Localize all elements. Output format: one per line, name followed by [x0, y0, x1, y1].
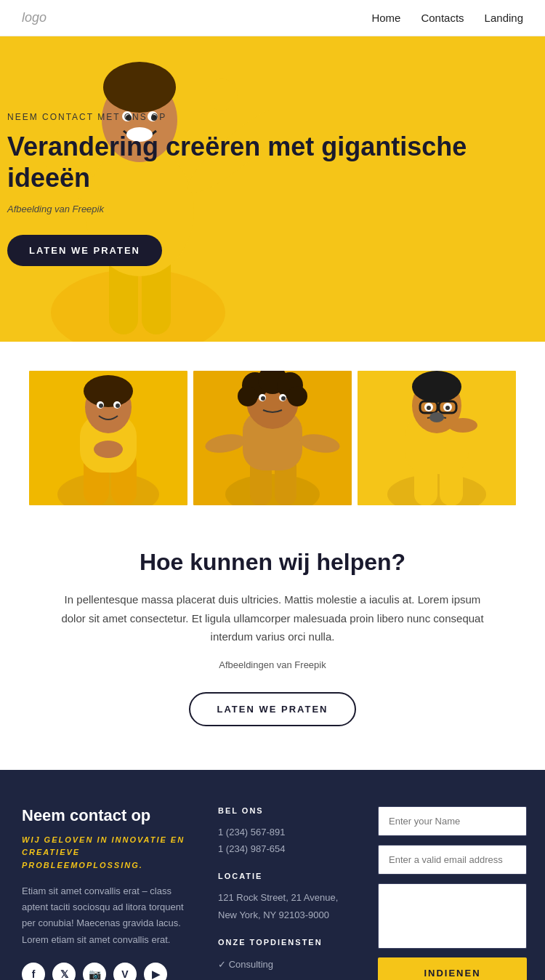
bel-ons-title: BEL ONS — [218, 806, 356, 815]
gallery-person-3 — [358, 371, 516, 505]
svg-point-39 — [287, 386, 307, 406]
hero-overline: NEEM CONTACT MET ONS OP — [7, 112, 516, 122]
diensten-title: ONZE TOPDIENSTEN — [218, 938, 356, 947]
services-list: Consulting Coaching Ontwikkeling — [218, 955, 356, 980]
navbar: logo Home Contacts Landing — [0, 0, 545, 36]
submit-button[interactable]: INDIENEN — [378, 957, 527, 981]
locatie-title: LOCATIE — [218, 872, 356, 880]
twitter-icon[interactable]: 𝕏 — [52, 963, 76, 980]
gallery-person-2 — [193, 371, 352, 505]
instagram-icon[interactable]: 📷 — [83, 963, 106, 980]
facebook-icon[interactable]: f — [22, 963, 45, 980]
nav-links: Home Contacts Landing — [371, 12, 523, 24]
nav-landing[interactable]: Landing — [485, 12, 523, 24]
social-icons: f 𝕏 📷 V ▶ — [22, 963, 196, 980]
svg-point-26 — [94, 441, 123, 458]
gallery-item-1 — [29, 371, 187, 505]
nav-home[interactable]: Home — [371, 12, 400, 24]
hero-content: NEEM CONTACT MET ONS OP Verandering creë… — [0, 90, 545, 288]
gallery-section — [0, 342, 545, 534]
hero-title: Verandering creëren met gigantische idee… — [7, 131, 516, 193]
footer: Neem contact op WIJ GELOVEN IN INNOVATIE… — [0, 770, 545, 981]
svg-point-38 — [238, 386, 258, 406]
nav-contacts[interactable]: Contacts — [421, 12, 464, 24]
svg-point-59 — [429, 412, 444, 422]
name-input[interactable] — [378, 806, 527, 836]
help-cta-button[interactable]: LATEN WE PRATEN — [189, 692, 355, 726]
address: 121 Rock Street, 21 Avenue,New York, NY … — [218, 889, 356, 923]
footer-description: Etiam sit amet convallis erat – class ap… — [22, 883, 196, 947]
footer-contact-title: Neem contact op — [22, 806, 196, 825]
hero-cta-button[interactable]: LATEN WE PRATEN — [7, 235, 162, 266]
footer-col2: BEL ONS 1 (234) 567-891 1 (234) 987-654 … — [218, 806, 356, 981]
svg-point-24 — [99, 403, 103, 408]
hero-caption: Afbeelding van Freepik — [7, 204, 516, 214]
footer-tagline: WIJ GELOVEN IN INNOVATIE EN CREATIEVE PR… — [22, 834, 196, 872]
help-section: Hoe kunnen wij helpen? In pellentesque m… — [0, 534, 545, 770]
footer-col3: INDIENEN — [378, 806, 527, 981]
gallery-item-3 — [358, 371, 516, 505]
help-text: In pellentesque massa placerat duis ultr… — [58, 590, 487, 646]
footer-col1: Neem contact op WIJ GELOVEN IN INNOVATIE… — [22, 806, 196, 981]
message-textarea[interactable] — [378, 883, 527, 949]
svg-point-43 — [281, 396, 286, 401]
help-caption: Afbeeldingen van Freepik — [58, 659, 487, 670]
vk-icon[interactable]: V — [113, 963, 137, 980]
logo: logo — [22, 10, 47, 25]
email-input[interactable] — [378, 845, 527, 875]
svg-point-25 — [116, 403, 120, 408]
footer-grid: Neem contact op WIJ GELOVEN IN INNOVATIE… — [22, 806, 523, 981]
phone2: 1 (234) 987-654 — [218, 840, 356, 857]
svg-point-51 — [412, 371, 461, 403]
svg-point-42 — [261, 396, 265, 401]
svg-point-57 — [427, 406, 431, 410]
youtube-icon[interactable]: ▶ — [144, 963, 167, 980]
phone1: 1 (234) 567-891 — [218, 824, 356, 840]
svg-point-58 — [445, 406, 450, 410]
hero-section: NEEM CONTACT MET ONS OP Verandering creë… — [0, 36, 545, 342]
svg-point-21 — [84, 375, 133, 407]
gallery-item-2 — [193, 371, 352, 505]
contact-form: INDIENEN — [378, 806, 527, 981]
service-2: Coaching — [218, 974, 356, 980]
help-title: Hoe kunnen wij helpen? — [58, 549, 487, 576]
gallery-person-1 — [29, 371, 187, 505]
service-1: Consulting — [218, 955, 356, 974]
